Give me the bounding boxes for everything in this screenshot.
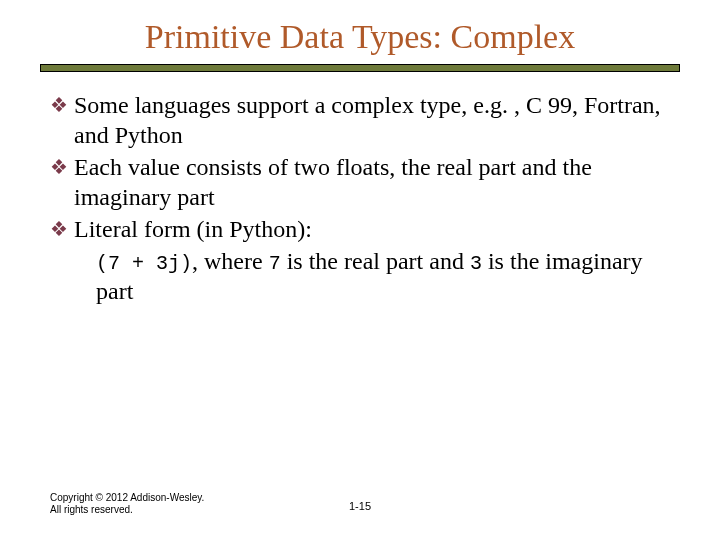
code-imag: 3 <box>470 252 482 275</box>
code-literal: (7 + 3j) <box>96 252 192 275</box>
bullet-text: Literal form (in Python): <box>74 214 670 244</box>
page-number: 1-15 <box>0 500 720 512</box>
bullet-item: ❖ Literal form (in Python): <box>50 214 670 244</box>
literal-line: (7 + 3j), where 7 is the real part and 3… <box>96 246 670 306</box>
slide-body: ❖ Some languages support a complex type,… <box>50 90 670 306</box>
code-real: 7 <box>269 252 281 275</box>
bullet-text: Each value consists of two floats, the r… <box>74 152 670 212</box>
bullet-item: ❖ Some languages support a complex type,… <box>50 90 670 150</box>
slide-title: Primitive Data Types: Complex <box>0 0 720 64</box>
literal-text: , where <box>192 248 269 274</box>
title-underline-fill <box>41 65 679 71</box>
title-underline <box>40 64 680 72</box>
slide: Primitive Data Types: Complex ❖ Some lan… <box>0 0 720 540</box>
bullet-text: Some languages support a complex type, e… <box>74 90 670 150</box>
bullet-item: ❖ Each value consists of two floats, the… <box>50 152 670 212</box>
diamond-bullet-icon: ❖ <box>50 93 68 118</box>
diamond-bullet-icon: ❖ <box>50 217 68 242</box>
literal-text: is the real part and <box>281 248 470 274</box>
diamond-bullet-icon: ❖ <box>50 155 68 180</box>
